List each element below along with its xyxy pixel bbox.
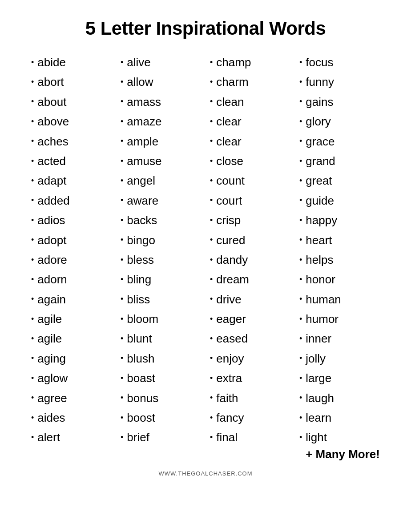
word-label: boast <box>127 370 155 386</box>
bullet-icon: • <box>210 215 213 226</box>
bullet-icon: • <box>31 274 34 285</box>
bullet-icon: • <box>121 392 123 403</box>
list-item: •backs <box>121 210 201 230</box>
bullet-icon: • <box>210 294 213 305</box>
list-item: •glory <box>299 112 380 131</box>
word-label: amuse <box>127 153 161 169</box>
list-item: •drive <box>210 290 290 309</box>
word-label: blush <box>127 351 154 367</box>
bullet-icon: • <box>31 156 34 167</box>
word-label: large <box>306 370 331 386</box>
word-label: aware <box>127 193 158 209</box>
word-label: adios <box>37 212 65 228</box>
bullet-icon: • <box>31 234 34 246</box>
list-item: •close <box>210 151 290 171</box>
list-item: •bingo <box>121 230 201 250</box>
bullet-icon: • <box>210 234 213 246</box>
list-item: •agile <box>31 309 112 329</box>
bullet-icon: • <box>121 412 123 423</box>
word-grid: •abide•abort•about•above•aches•acted•ada… <box>27 52 384 461</box>
list-item: •adorn <box>31 270 112 289</box>
word-label: bloom <box>127 311 158 327</box>
word-label: grand <box>306 153 335 169</box>
word-column-1: •abide•abort•about•above•aches•acted•ada… <box>27 52 116 461</box>
word-label: allow <box>127 74 153 90</box>
list-item: •bless <box>121 250 201 270</box>
bullet-icon: • <box>210 432 213 443</box>
bullet-icon: • <box>299 254 302 266</box>
word-label: bliss <box>127 291 150 307</box>
bullet-icon: • <box>210 353 213 364</box>
word-label: aging <box>37 351 66 367</box>
bullet-icon: • <box>210 274 213 285</box>
list-item: •boost <box>121 408 201 427</box>
bullet-icon: • <box>31 333 34 344</box>
word-column-2: •alive•allow•amass•amaze•ample•amuse•ang… <box>116 52 206 461</box>
bullet-icon: • <box>121 116 123 127</box>
word-label: drive <box>216 291 241 307</box>
bullet-icon: • <box>299 175 302 186</box>
word-label: alert <box>37 429 60 445</box>
list-item: •learn <box>299 408 380 427</box>
list-item: •enjoy <box>210 349 290 368</box>
list-item: •clean <box>210 92 290 112</box>
bullet-icon: • <box>210 175 213 186</box>
word-label: about <box>37 94 66 110</box>
bullet-icon: • <box>121 136 123 147</box>
bullet-icon: • <box>299 373 302 384</box>
list-item: •acted <box>31 151 112 171</box>
list-item: •brief <box>121 427 201 447</box>
word-label: champ <box>216 54 251 70</box>
word-label: laugh <box>306 390 334 406</box>
list-item: •court <box>210 191 290 210</box>
list-item: •dream <box>210 270 290 289</box>
bullet-icon: • <box>121 373 123 384</box>
word-label: blunt <box>127 330 152 347</box>
word-label: jolly <box>306 351 326 367</box>
list-item: •blush <box>121 349 201 368</box>
bullet-icon: • <box>210 314 213 325</box>
list-item: •funny <box>299 72 380 92</box>
list-item: •adapt <box>31 171 112 190</box>
list-item: •final <box>210 427 290 447</box>
bullet-icon: • <box>121 432 123 443</box>
word-label: acted <box>37 153 66 169</box>
bullet-icon: • <box>299 432 302 443</box>
list-item: •inner <box>299 329 380 348</box>
word-label: amaze <box>127 113 161 129</box>
word-label: angel <box>127 173 155 189</box>
bullet-icon: • <box>210 136 213 147</box>
website-footer: WWW.THEGOALCHASER.COM <box>27 470 384 477</box>
bullet-icon: • <box>121 195 123 206</box>
list-item: •eased <box>210 329 290 348</box>
list-item: •large <box>299 368 380 388</box>
bullet-icon: • <box>210 254 213 266</box>
word-label: light <box>306 429 327 445</box>
bullet-icon: • <box>210 116 213 127</box>
bullet-icon: • <box>121 353 123 364</box>
word-label: glory <box>306 113 330 129</box>
page-container: 5 Letter Inspirational Words •abide•abor… <box>0 0 411 490</box>
bullet-icon: • <box>299 412 302 423</box>
word-label: charm <box>216 74 248 90</box>
list-item: •allow <box>121 72 201 92</box>
bullet-icon: • <box>299 392 302 403</box>
word-label: abort <box>37 74 64 90</box>
list-item: •jolly <box>299 349 380 368</box>
bullet-icon: • <box>31 77 34 88</box>
bullet-icon: • <box>121 156 123 167</box>
bullet-icon: • <box>210 156 213 167</box>
list-item: •light <box>299 427 380 447</box>
word-label: crisp <box>216 212 241 228</box>
word-label: heart <box>306 232 332 248</box>
list-item: •dandy <box>210 250 290 270</box>
bullet-icon: • <box>299 156 302 167</box>
bullet-icon: • <box>299 333 302 344</box>
word-label: gains <box>306 94 333 110</box>
word-label: funny <box>306 74 334 90</box>
list-item: •abort <box>31 72 112 92</box>
list-item: •agree <box>31 388 112 408</box>
bullet-icon: • <box>31 412 34 423</box>
bullet-icon: • <box>210 77 213 88</box>
list-item: •crisp <box>210 210 290 230</box>
